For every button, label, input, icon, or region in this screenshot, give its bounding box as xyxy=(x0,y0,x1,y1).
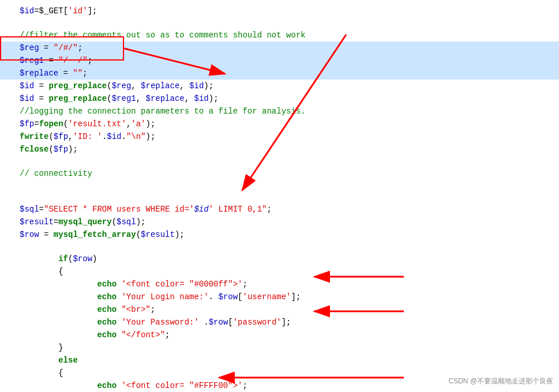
watermark: CSDN @不要温顺地走进那个良夜 xyxy=(448,376,553,386)
line-content: // connectivity xyxy=(17,168,92,179)
code-line-5: $reg1 = "/--/"; xyxy=(0,54,559,67)
line-content: echo 'Your Login name:'. $row['username'… xyxy=(17,291,301,303)
line-content: $id=$_GET['id']; xyxy=(17,5,97,17)
code-line-29: else xyxy=(0,354,559,367)
code-line-17: $sql="SELECT * FROM users WHERE id='$id'… xyxy=(0,203,559,216)
code-line-13 xyxy=(0,156,559,167)
code-line-24: echo 'Your Login name:'. $row['username'… xyxy=(0,291,559,303)
code-line-14: // connectivity xyxy=(0,167,559,180)
code-line-16 xyxy=(0,191,559,203)
line-content: } xyxy=(17,342,63,353)
line-content: $sql="SELECT * FROM users WHERE id='$id'… xyxy=(17,203,272,215)
code-line-21: if($row) xyxy=(0,252,559,265)
code-line-8: $id = preg_replace($reg1, $replace, $id)… xyxy=(0,92,559,105)
code-line-18: $result=mysql_query($sql); xyxy=(0,216,559,228)
code-line-28: } xyxy=(0,341,559,354)
line-content: fwrite($fp,'ID: '.$id."\n"); xyxy=(17,131,155,142)
line-content: echo '<font color= "#FFFF00">'; xyxy=(17,380,247,391)
line-content: $fp=fopen('result.txt','a'); xyxy=(17,118,155,130)
line-content: $id = preg_replace($reg1, $replace, $id)… xyxy=(17,93,219,104)
line-content: else xyxy=(17,355,78,366)
line-content: //filter the comments out so as to comme… xyxy=(17,29,306,41)
code-container: $id=$_GET['id']; //filter the comments o… xyxy=(0,0,559,392)
line-content: { xyxy=(17,266,63,277)
code-line-2 xyxy=(0,17,559,29)
line-content: if($row) xyxy=(17,253,97,265)
line-content: $id = preg_replace($reg, $replace, $id); xyxy=(17,80,213,92)
line-content: $replace = ""; xyxy=(17,67,88,79)
code-line-19: $row = mysql_fetch_array($result); xyxy=(0,228,559,241)
line-content: echo '<font color= "#0000ff">'; xyxy=(17,278,247,290)
code-line-26: echo 'Your Password:' .$row['password']; xyxy=(0,316,559,329)
code-line-9: //logging the connection parameters to a… xyxy=(0,105,559,118)
code-line-3: //filter the comments out so as to comme… xyxy=(0,29,559,42)
code-line-7: $id = preg_replace($reg, $replace, $id); xyxy=(0,80,559,92)
code-line-11: fwrite($fp,'ID: '.$id."\n"); xyxy=(0,130,559,143)
line-content: echo "<br>"; xyxy=(17,304,155,315)
code-line-25: echo "<br>"; xyxy=(0,303,559,316)
code-line-4: $reg = "/#/"; xyxy=(0,42,559,54)
code-line-27: echo "</font>"; xyxy=(0,329,559,341)
line-content: $reg = "/#/"; xyxy=(17,42,82,54)
line-content: echo 'Your Password:' .$row['password']; xyxy=(17,316,291,328)
code-line-1: $id=$_GET['id']; xyxy=(0,5,559,17)
code-line-10: $fp=fopen('result.txt','a'); xyxy=(0,118,559,130)
line-content: //logging the connection parameters to a… xyxy=(17,105,306,117)
line-content: $reg1 = "/--/"; xyxy=(17,55,92,66)
code-line-20 xyxy=(0,241,559,252)
code-line-12: fclose($fp); xyxy=(0,143,559,156)
code-line-22: { xyxy=(0,265,559,278)
line-content: echo "</font>"; xyxy=(17,329,170,341)
line-content: fclose($fp); xyxy=(17,144,78,155)
code-line-15 xyxy=(0,180,559,191)
code-line-6: $replace = ""; xyxy=(0,67,559,80)
line-content: $result=mysql_query($sql); xyxy=(17,216,145,228)
line-content: { xyxy=(17,367,63,379)
code-line-23: echo '<font color= "#0000ff">'; xyxy=(0,278,559,291)
line-content: $row = mysql_fetch_array($result); xyxy=(17,229,185,240)
